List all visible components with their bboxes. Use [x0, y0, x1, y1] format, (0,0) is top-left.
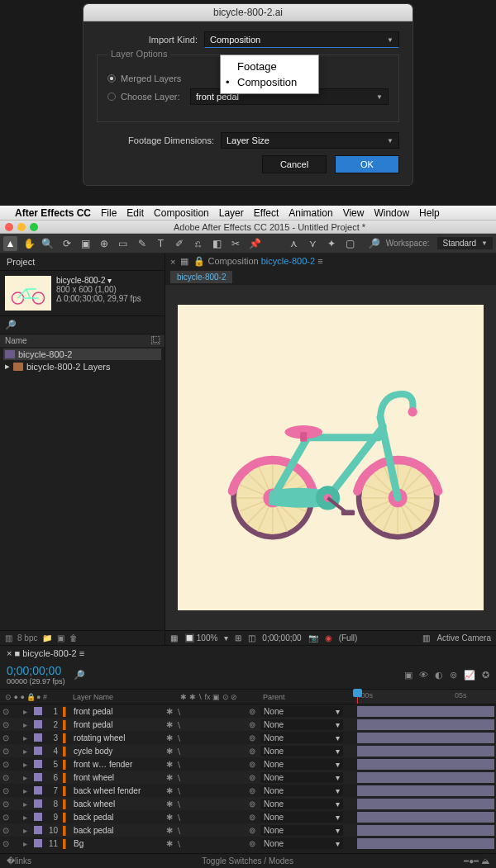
layer-switches[interactable]: ✱∖ [166, 707, 249, 716]
visibility-icon[interactable]: ⊙ [0, 773, 12, 782]
camera-tool-icon[interactable]: ▣ [79, 236, 93, 251]
trash-icon[interactable]: 🗑 [69, 633, 78, 643]
motion-blur-icon[interactable]: ⊚ [450, 670, 457, 681]
view-layout-icon[interactable]: ▥ [422, 633, 430, 643]
menu-effect[interactable]: Effect [254, 207, 279, 219]
menu-view[interactable]: View [343, 207, 365, 219]
label-color[interactable] [34, 720, 42, 728]
tree-comp-item[interactable]: bicycle-800-2 [3, 349, 161, 360]
layer-row[interactable]: ⊙▸3▌rotating wheel✱∖⊚None▾ [0, 731, 496, 744]
roto-tool-icon[interactable]: ✂ [229, 236, 243, 251]
shape-tool-icon[interactable]: ▭ [117, 236, 131, 251]
parent-dropdown[interactable]: None▾ [260, 825, 343, 836]
layer-switches[interactable]: ✱∖ [166, 773, 249, 782]
layer-name[interactable]: front pedal [69, 707, 166, 716]
layer-switches[interactable]: ✱∖ [166, 747, 249, 756]
parent-dropdown[interactable]: None▾ [260, 759, 343, 770]
brush-tool-icon[interactable]: ✐ [173, 236, 187, 251]
choose-layer-radio[interactable] [107, 92, 116, 101]
visibility-icon[interactable]: ⊙ [0, 707, 12, 716]
parent-dropdown[interactable]: None▾ [260, 719, 343, 730]
layer-switches[interactable]: ✱∖ [166, 786, 249, 795]
traffic-min-icon[interactable] [17, 223, 26, 231]
axis-local-icon[interactable]: ⋏ [287, 236, 301, 251]
layer-bar[interactable] [357, 785, 494, 796]
visibility-icon[interactable]: ⊙ [0, 813, 12, 822]
disclosure-icon[interactable]: ▸ [23, 733, 31, 742]
disclosure-icon[interactable]: ▸ [23, 707, 31, 716]
layer-row[interactable]: ⊙▸5▌front w… fender✱∖⊚None▾ [0, 757, 496, 771]
graph-icon[interactable]: 📈 [464, 670, 475, 681]
visibility-icon[interactable]: ⊙ [0, 826, 12, 835]
parent-dropdown[interactable]: None▾ [260, 812, 343, 823]
visibility-icon[interactable]: ⊙ [0, 733, 12, 742]
resolution-dropdown[interactable]: (Full) [339, 633, 358, 643]
snap-icon[interactable]: ▢ [343, 236, 357, 251]
camera-dropdown[interactable]: Active Camera [436, 633, 491, 643]
disclosure-icon[interactable]: ▸ [23, 760, 31, 769]
toggle-switches-button[interactable]: Toggle Switches / Modes [202, 856, 293, 866]
visibility-icon[interactable]: ⊙ [0, 839, 12, 848]
menu-window[interactable]: Window [374, 207, 409, 219]
parent-pick-icon[interactable]: ⊚ [249, 747, 260, 756]
layer-bar[interactable] [357, 733, 494, 743]
time-display[interactable]: 0;00;00;00 [262, 633, 301, 643]
parent-dropdown[interactable]: None▾ [260, 799, 343, 809]
layer-row[interactable]: ⊙▸1▌front pedal✱∖⊚None▾ [0, 704, 496, 718]
disclosure-icon[interactable]: ▸ [23, 786, 31, 795]
zoom-tool-icon[interactable]: 🔍 [41, 236, 55, 251]
time-ruler[interactable]: :00s 05s [355, 690, 496, 704]
layer-bar[interactable] [357, 759, 494, 770]
merged-layers-radio[interactable] [107, 74, 116, 83]
bpc-button[interactable]: 8 bpc [17, 633, 37, 643]
disclosure-icon[interactable]: ▸ [23, 813, 31, 822]
layer-switches[interactable]: ✱∖ [166, 760, 249, 769]
mask-icon[interactable]: ◫ [248, 633, 255, 643]
app-menu[interactable]: After Effects CC [15, 207, 91, 219]
layer-name[interactable]: rotating wheel [69, 733, 166, 742]
parent-pick-icon[interactable]: ⊚ [249, 733, 260, 742]
layer-row[interactable]: ⊙▸2▌front pedal✱∖⊚None▾ [0, 718, 496, 731]
parent-dropdown[interactable]: None▾ [260, 838, 343, 849]
res-icon[interactable]: ⊞ [235, 633, 241, 643]
layer-name[interactable]: back pedal [69, 826, 166, 835]
disclosure-icon[interactable]: ▸ [23, 839, 31, 848]
layer-row[interactable]: ⊙▸10▌back pedal✱∖⊚None▾ [0, 823, 496, 837]
timeline-tab[interactable]: × ■ bicycle-800-2 ≡ [7, 648, 84, 658]
layer-bar[interactable] [357, 799, 494, 809]
hand-tool-icon[interactable]: ✋ [22, 236, 36, 251]
layer-row[interactable]: ⊙▸6▌front wheel✱∖⊚None▾ [0, 771, 496, 784]
label-color[interactable] [34, 747, 42, 755]
layer-switches[interactable]: ✱∖ [166, 720, 249, 729]
puppet-tool-icon[interactable]: 📌 [248, 236, 262, 251]
new-comp-icon[interactable]: ▣ [57, 633, 64, 643]
menu-help[interactable]: Help [419, 207, 440, 219]
disclosure-icon[interactable]: ▸ [23, 826, 31, 835]
visibility-icon[interactable]: ⊙ [0, 786, 12, 795]
eraser-tool-icon[interactable]: ◧ [210, 236, 224, 251]
layer-bar[interactable] [357, 706, 494, 717]
label-color[interactable] [34, 839, 42, 847]
traffic-max-icon[interactable] [30, 223, 38, 231]
disclosure-icon[interactable]: ▸ [23, 773, 31, 782]
disclosure-icon[interactable]: ▸ [23, 720, 31, 729]
visibility-icon[interactable]: ⊙ [0, 747, 12, 756]
layer-row[interactable]: ⊙▸7▌back wheel fender✱∖⊚None▾ [0, 784, 496, 797]
axis-view-icon[interactable]: ✦ [325, 236, 339, 251]
menu-edit[interactable]: Edit [126, 207, 144, 219]
parent-pick-icon[interactable]: ⊚ [249, 839, 260, 848]
layer-switches[interactable]: ✱∖ [166, 799, 249, 809]
type-tool-icon[interactable]: T [154, 236, 168, 251]
import-kind-dropdown[interactable]: Composition ▼ [204, 31, 399, 48]
label-color[interactable] [34, 826, 42, 834]
selection-tool-icon[interactable]: ▲ [3, 236, 17, 251]
label-color[interactable] [34, 786, 42, 794]
timecode[interactable]: 0;00;00;00 [7, 664, 65, 677]
traffic-close-icon[interactable] [5, 223, 13, 231]
parent-pick-icon[interactable]: ⊚ [249, 773, 260, 782]
playhead[interactable] [357, 690, 358, 704]
disclosure-icon[interactable]: ▸ [23, 799, 31, 809]
lock-icon[interactable]: ▦ [180, 256, 188, 267]
parent-dropdown[interactable]: None▾ [260, 772, 343, 783]
layer-name[interactable]: Bg [69, 839, 166, 848]
